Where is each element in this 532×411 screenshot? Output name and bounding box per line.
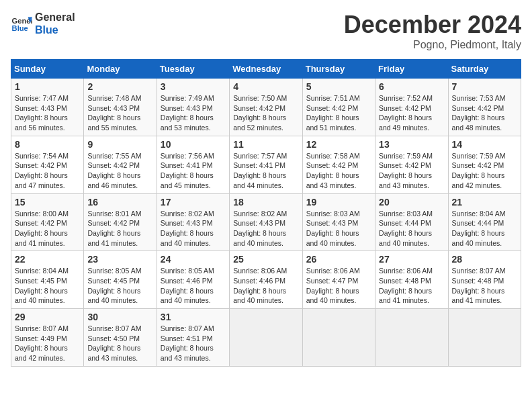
day-info: Sunrise: 8:07 AM Sunset: 4:50 PM Dayligh… [87, 324, 152, 363]
daylight-label: Daylight: 8 hours [452, 113, 505, 122]
daylight-minutes: and 40 minutes. [233, 296, 283, 304]
day-number: 2 [87, 81, 152, 92]
calendar-week-row: 22 Sunrise: 8:04 AM Sunset: 4:45 PM Dayl… [11, 251, 521, 309]
calendar-cell [375, 309, 448, 367]
daylight-minutes: and 56 minutes. [15, 124, 65, 132]
day-number: 22 [15, 254, 80, 265]
daylight-label: Daylight: 8 hours [161, 287, 214, 295]
daylight-label: Daylight: 8 hours [306, 171, 359, 179]
daylight-minutes: and 55 minutes. [87, 124, 138, 132]
calendar-cell: 2 Sunrise: 7:48 AM Sunset: 4:43 PM Dayli… [84, 79, 157, 136]
day-number: 16 [87, 197, 152, 208]
day-number: 4 [233, 81, 298, 92]
daylight-label: Daylight: 8 hours [15, 229, 68, 237]
day-info: Sunrise: 7:50 AM Sunset: 4:42 PM Dayligh… [233, 93, 298, 133]
daylight-label: Daylight: 8 hours [233, 113, 286, 122]
daylight-minutes: and 40 minutes. [233, 239, 283, 247]
daylight-label: Daylight: 8 hours [452, 229, 505, 237]
day-info: Sunrise: 7:48 AM Sunset: 4:43 PM Dayligh… [87, 93, 152, 133]
sunset-label: Sunset: 4:45 PM [87, 277, 140, 285]
title-block: December 2024 Pogno, Piedmont, Italy [344, 11, 521, 51]
day-info: Sunrise: 7:51 AM Sunset: 4:42 PM Dayligh… [306, 93, 371, 133]
day-info: Sunrise: 7:59 AM Sunset: 4:42 PM Dayligh… [452, 151, 517, 191]
sunset-label: Sunset: 4:43 PM [15, 104, 67, 112]
daylight-minutes: and 45 minutes. [161, 181, 211, 189]
calendar-cell: 26 Sunrise: 8:06 AM Sunset: 4:47 PM Dayl… [302, 251, 375, 309]
calendar-cell: 18 Sunrise: 8:02 AM Sunset: 4:43 PM Dayl… [230, 193, 302, 251]
calendar-cell: 23 Sunrise: 8:05 AM Sunset: 4:45 PM Dayl… [84, 251, 157, 309]
day-info: Sunrise: 8:03 AM Sunset: 4:44 PM Dayligh… [379, 209, 444, 248]
daylight-minutes: and 49 minutes. [379, 124, 429, 132]
col-saturday: Saturday [448, 60, 521, 79]
logo-blue: Blue [35, 24, 75, 36]
sunset-label: Sunset: 4:44 PM [452, 219, 504, 227]
day-info: Sunrise: 7:53 AM Sunset: 4:42 PM Dayligh… [452, 93, 517, 133]
calendar-cell: 10 Sunrise: 7:56 AM Sunset: 4:41 PM Dayl… [157, 136, 229, 193]
daylight-minutes: and 51 minutes. [306, 124, 357, 132]
day-info: Sunrise: 7:57 AM Sunset: 4:41 PM Dayligh… [233, 151, 298, 191]
calendar-table: Sunday Monday Tuesday Wednesday Thursday… [11, 59, 521, 367]
calendar-cell: 24 Sunrise: 8:05 AM Sunset: 4:46 PM Dayl… [157, 251, 229, 309]
daylight-minutes: and 43 minutes. [161, 354, 211, 362]
sunrise-label: Sunrise: 7:52 AM [379, 94, 433, 102]
sunset-label: Sunset: 4:47 PM [306, 277, 359, 285]
daylight-minutes: and 53 minutes. [161, 124, 211, 132]
day-number: 11 [233, 139, 298, 150]
day-info: Sunrise: 7:54 AM Sunset: 4:42 PM Dayligh… [15, 151, 80, 191]
daylight-label: Daylight: 8 hours [87, 287, 140, 295]
daylight-label: Daylight: 8 hours [87, 113, 140, 122]
daylight-label: Daylight: 8 hours [233, 287, 286, 295]
sunset-label: Sunset: 4:42 PM [379, 161, 431, 169]
sunset-label: Sunset: 4:42 PM [87, 219, 140, 227]
day-number: 30 [87, 312, 152, 322]
day-number: 23 [87, 254, 152, 265]
sunrise-label: Sunrise: 8:02 AM [233, 210, 287, 218]
daylight-label: Daylight: 8 hours [161, 344, 214, 352]
sunset-label: Sunset: 4:43 PM [161, 104, 213, 112]
sunset-label: Sunset: 4:49 PM [15, 334, 67, 342]
calendar-cell: 1 Sunrise: 7:47 AM Sunset: 4:43 PM Dayli… [11, 79, 84, 136]
sunrise-label: Sunrise: 7:59 AM [379, 152, 433, 160]
day-info: Sunrise: 7:52 AM Sunset: 4:42 PM Dayligh… [379, 93, 444, 133]
sunrise-label: Sunrise: 7:53 AM [452, 94, 506, 102]
sunrise-label: Sunrise: 8:05 AM [161, 267, 214, 275]
sunset-label: Sunset: 4:42 PM [452, 104, 504, 112]
daylight-minutes: and 40 minutes. [15, 296, 65, 304]
calendar-cell: 31 Sunrise: 8:07 AM Sunset: 4:51 PM Dayl… [157, 309, 229, 367]
day-info: Sunrise: 8:06 AM Sunset: 4:48 PM Dayligh… [379, 266, 444, 306]
col-tuesday: Tuesday [157, 60, 229, 79]
daylight-minutes: and 48 minutes. [452, 124, 502, 132]
sunrise-label: Sunrise: 8:06 AM [306, 267, 360, 275]
daylight-minutes: and 43 minutes. [87, 354, 138, 362]
daylight-label: Daylight: 8 hours [306, 229, 359, 237]
day-info: Sunrise: 8:05 AM Sunset: 4:45 PM Dayligh… [87, 266, 152, 306]
day-number: 8 [15, 139, 80, 150]
daylight-minutes: and 42 minutes. [15, 354, 65, 362]
daylight-label: Daylight: 8 hours [233, 171, 286, 179]
day-info: Sunrise: 8:04 AM Sunset: 4:45 PM Dayligh… [15, 266, 80, 306]
calendar-cell: 8 Sunrise: 7:54 AM Sunset: 4:42 PM Dayli… [11, 136, 84, 193]
day-info: Sunrise: 7:58 AM Sunset: 4:42 PM Dayligh… [306, 151, 371, 191]
sunrise-label: Sunrise: 7:47 AM [15, 94, 69, 102]
calendar-cell: 25 Sunrise: 8:06 AM Sunset: 4:46 PM Dayl… [230, 251, 302, 309]
calendar-cell [302, 309, 375, 367]
day-number: 19 [306, 197, 371, 208]
sunrise-label: Sunrise: 8:04 AM [15, 267, 69, 275]
sunset-label: Sunset: 4:46 PM [233, 277, 285, 285]
page-header: General Blue General Blue December 2024 … [11, 11, 521, 51]
calendar-cell: 27 Sunrise: 8:06 AM Sunset: 4:48 PM Dayl… [375, 251, 448, 309]
daylight-minutes: and 40 minutes. [161, 296, 211, 304]
day-info: Sunrise: 8:00 AM Sunset: 4:42 PM Dayligh… [15, 209, 80, 248]
day-number: 6 [379, 81, 444, 92]
sunset-label: Sunset: 4:42 PM [15, 161, 67, 169]
daylight-label: Daylight: 8 hours [452, 287, 505, 295]
day-info: Sunrise: 7:49 AM Sunset: 4:43 PM Dayligh… [161, 93, 226, 133]
day-info: Sunrise: 8:07 AM Sunset: 4:48 PM Dayligh… [452, 266, 517, 306]
calendar-week-row: 29 Sunrise: 8:07 AM Sunset: 4:49 PM Dayl… [11, 309, 521, 367]
sunset-label: Sunset: 4:43 PM [233, 219, 285, 227]
day-number: 9 [87, 139, 152, 150]
day-number: 7 [452, 81, 517, 92]
sunset-label: Sunset: 4:43 PM [87, 104, 140, 112]
daylight-label: Daylight: 8 hours [233, 229, 286, 237]
daylight-label: Daylight: 8 hours [379, 287, 432, 295]
